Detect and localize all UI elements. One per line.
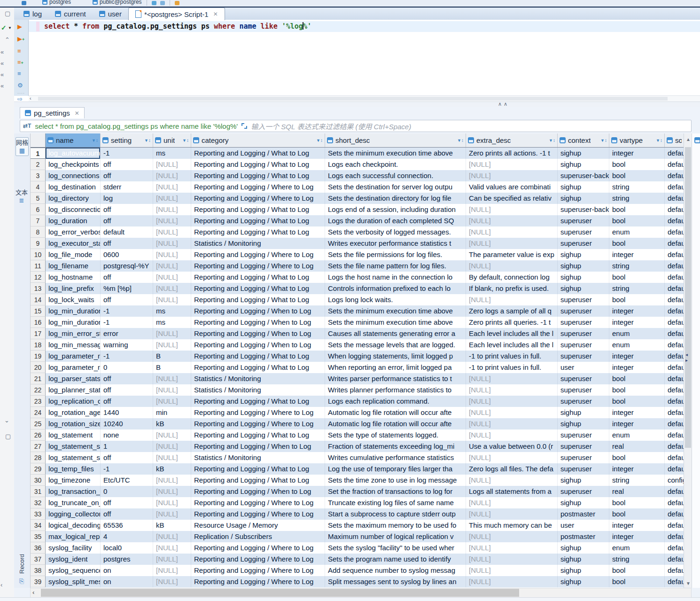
grid-cell[interactable]: sighup: [558, 249, 609, 260]
grid-cell[interactable]: log_planner_stats: [46, 384, 101, 396]
grid-cell[interactable]: Logs end of a session, including duratio…: [325, 204, 466, 215]
grid-cell[interactable]: bool: [609, 452, 665, 463]
grid-cell[interactable]: user: [558, 520, 609, 531]
grid-cell[interactable]: min: [153, 407, 191, 418]
grid-cell[interactable]: bool: [609, 576, 665, 587]
grid-cell[interactable]: bool: [609, 396, 665, 407]
grid-cell[interactable]: Reporting and Logging / Where to Log: [191, 407, 325, 418]
grid-cell[interactable]: [NULL]: [466, 226, 558, 238]
toolbar-icon-fragment[interactable]: [160, 1, 165, 5]
grid-cell[interactable]: [NULL]: [466, 294, 558, 305]
grid-cell[interactable]: Sets the maximum memory to be used fo: [325, 520, 466, 531]
grid-cell[interactable]: log_min_duration_statement: [46, 317, 101, 328]
explain-plan-icon[interactable]: ≡: [17, 70, 21, 77]
dropdown-arrow-icon[interactable]: ▼: [8, 26, 12, 30]
grid-cell[interactable]: sighup: [558, 565, 609, 576]
row-number[interactable]: 15: [31, 305, 46, 317]
grid-cell[interactable]: [NULL]: [153, 283, 191, 294]
grid-cell[interactable]: Set the fraction of transactions to log …: [325, 486, 466, 497]
grid-cell[interactable]: Start a subprocess to capture stderr out…: [325, 508, 466, 520]
grid-cell[interactable]: default: [665, 226, 684, 238]
grid-cell[interactable]: Reporting and Logging / Where to Log: [191, 565, 325, 576]
grid-cell[interactable]: default: [665, 181, 684, 193]
grid-cell[interactable]: 10240: [101, 418, 153, 429]
grid-cell[interactable]: bool: [609, 294, 665, 305]
grid-cell[interactable]: -1: [101, 305, 153, 317]
grid-cell[interactable]: Writes cumulative performance statistics: [325, 452, 466, 463]
grid-cell[interactable]: integer: [609, 305, 665, 317]
grid-cell[interactable]: off: [101, 396, 153, 407]
row-number[interactable]: 3: [31, 170, 46, 181]
grid-cell[interactable]: default: [665, 305, 684, 317]
grid-cell[interactable]: Etc/UTC: [101, 475, 153, 486]
grid-cell[interactable]: Log the use of temporary files larger th…: [325, 463, 466, 475]
grid-cell[interactable]: integer: [609, 463, 665, 475]
row-number[interactable]: 29: [31, 463, 46, 475]
grid-cell[interactable]: Logs long lock waits.: [325, 294, 466, 305]
grid-cell[interactable]: superuser: [558, 486, 609, 497]
row-number[interactable]: 5: [31, 193, 46, 204]
code-area[interactable]: select * from pg_catalog.pg_settings ps …: [29, 20, 700, 96]
grid-cell[interactable]: [NULL]: [466, 384, 558, 396]
grid-cell[interactable]: default: [665, 317, 684, 328]
grid-cell[interactable]: off: [101, 204, 153, 215]
grid-cell[interactable]: [NULL]: [153, 497, 191, 508]
grid-cell[interactable]: [NULL]: [153, 249, 191, 260]
grid-cell[interactable]: [NULL]: [153, 554, 191, 565]
grid-cell[interactable]: log_temp_files: [46, 463, 101, 475]
grid-cell[interactable]: default: [665, 542, 684, 554]
grid-cell[interactable]: Sets the verbosity of logged messages.: [325, 226, 466, 238]
grid-cell[interactable]: default: [665, 486, 684, 497]
grid-cell[interactable]: syslog_facility: [46, 542, 101, 554]
grid-cell[interactable]: default: [665, 531, 684, 542]
grid-cell[interactable]: bool: [609, 170, 665, 181]
grid-cell[interactable]: syslog_split_messages: [46, 576, 101, 587]
row-number[interactable]: 28: [31, 452, 46, 463]
grid-cell[interactable]: -1: [101, 463, 153, 475]
row-number[interactable]: 34: [31, 520, 46, 531]
execute-script-icon[interactable]: ≡: [17, 48, 21, 54]
grid-cell[interactable]: ms: [153, 148, 191, 159]
grid-cell[interactable]: Add sequence number to syslog messag: [325, 565, 466, 576]
grid-cell[interactable]: [NULL]: [153, 226, 191, 238]
connection-icon[interactable]: [22, 1, 26, 5]
grid-cell[interactable]: default: [665, 508, 684, 520]
grid-cell[interactable]: Reporting and Logging / When to Log: [191, 328, 325, 339]
grid-cell[interactable]: Reporting and Logging / Where to Log: [191, 193, 325, 204]
grid-cell[interactable]: off: [101, 170, 153, 181]
filter-sort-icon[interactable]: ▼↕: [457, 138, 464, 143]
grid-cell[interactable]: Sets the minimum execution time above: [325, 305, 466, 317]
grid-cell[interactable]: Statistics / Monitoring: [191, 238, 325, 249]
grid-cell[interactable]: local0: [101, 542, 153, 554]
grid-cell[interactable]: Reporting and Logging / What to Log: [191, 170, 325, 181]
grid-cell[interactable]: The parameter value is exp: [466, 249, 558, 260]
row-number[interactable]: 23: [31, 396, 46, 407]
minimized-view-icon[interactable]: «: [0, 83, 4, 89]
grid-cell[interactable]: Reporting and Logging / What to Log: [191, 226, 325, 238]
grid-cell[interactable]: default: [665, 407, 684, 418]
grid-cell[interactable]: log_executor_stats: [46, 238, 101, 249]
grid-cell[interactable]: This much memory can be: [466, 520, 558, 531]
grid-cell[interactable]: bool: [609, 384, 665, 396]
grid-cell[interactable]: log_replication_commands: [46, 396, 101, 407]
grid-cell[interactable]: Reporting and Logging / When to Log: [191, 441, 325, 452]
grid-cell[interactable]: default: [665, 396, 684, 407]
grid-cell[interactable]: [NULL]: [466, 452, 558, 463]
grid-cell[interactable]: Reporting and Logging / What to Log: [191, 283, 325, 294]
grid-cell[interactable]: integer: [609, 362, 665, 373]
grid-cell[interactable]: integer: [609, 351, 665, 362]
grid-cell[interactable]: syslog_sequence_numbers: [46, 565, 101, 576]
grid-cell[interactable]: sighup: [558, 576, 609, 587]
grid-cell[interactable]: Logs all statements from a: [466, 486, 558, 497]
grid-cell[interactable]: [NULL]: [153, 159, 191, 170]
sql-line[interactable]: select * from pg_catalog.pg_settings ps …: [44, 22, 311, 31]
grid-cell[interactable]: Each level includes all the l: [466, 339, 558, 351]
grid-cell[interactable]: enum: [609, 328, 665, 339]
grid-cell[interactable]: log_truncate_on_rotation: [46, 497, 101, 508]
grid-cell[interactable]: logging_collector: [46, 508, 101, 520]
grid-cell[interactable]: 0: [101, 362, 153, 373]
grid-cell[interactable]: log_rotation_age: [46, 407, 101, 418]
grid-cell[interactable]: log_parser_stats: [46, 373, 101, 384]
row-number[interactable]: 24: [31, 407, 46, 418]
grid-cell[interactable]: bool: [609, 565, 665, 576]
